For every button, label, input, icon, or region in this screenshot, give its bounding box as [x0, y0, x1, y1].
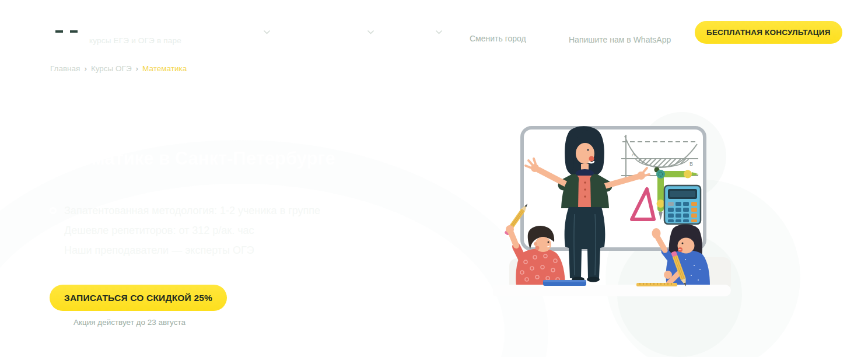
- free-consultation-button[interactable]: БЕСПЛАТНАЯ КОНСУЛЬТАЦИЯ: [695, 21, 842, 44]
- breadcrumb-separator: ›: [136, 64, 139, 73]
- classroom-desk: [493, 285, 731, 296]
- benefit-text: Дешевле репетиторов: от 312 р/ак. час: [64, 225, 254, 237]
- contact-block: +7 (812) 629-25-88 Напишите нам в WhatsA…: [554, 18, 671, 44]
- chevron-down-icon: [436, 30, 442, 34]
- phone-icon: [554, 20, 564, 29]
- list-item: Дешевле репетиторов: от 312 р/ак. час: [50, 220, 320, 240]
- nav-item-label: Очные курсы: [203, 27, 258, 37]
- breadcrumb: Главная › Курсы ОГЭ › Математика: [50, 64, 187, 73]
- nav-item-about[interactable]: О нас: [396, 19, 453, 44]
- chevron-down-icon: [264, 30, 270, 34]
- list-item: Наши преподаватели — эксперты ОГЭ: [50, 240, 320, 260]
- ring-bullet-icon: [50, 247, 57, 254]
- breadcrumb-separator: ›: [84, 64, 87, 73]
- logo-text: TWOSTU курсы ЕГЭ и ОГЭ в паре: [89, 19, 181, 45]
- breadcrumb-home[interactable]: Главная: [50, 64, 80, 73]
- students-at-desk-icon: [50, 15, 83, 48]
- yellow-ruler-icon: [636, 283, 677, 286]
- svg-text:B: B: [690, 161, 693, 167]
- nav-item-online-courses[interactable]: Онлайн курсы: [292, 19, 384, 44]
- change-city-link[interactable]: Сменить город: [470, 34, 544, 43]
- nav-item-label: О нас: [407, 27, 430, 37]
- svg-text:A: A: [632, 152, 635, 158]
- ring-bullet-icon: [50, 227, 57, 234]
- logo-title: TWOSTU: [89, 19, 181, 35]
- page-title: Курсы подготовки к ОГЭ по математике в С…: [50, 115, 400, 173]
- location-block: Санкт-Петербург Сменить город: [456, 18, 544, 43]
- girl-hand: [664, 271, 672, 279]
- signup-discount-button[interactable]: ЗАПИСАТЬСЯ СО СКИДКОЙ 25%: [50, 285, 227, 311]
- hero-illustration: A B: [493, 103, 741, 299]
- ring-bullet-icon: [50, 207, 57, 214]
- calculator-icon: [664, 186, 701, 224]
- breadcrumb-current-page: Математика: [142, 64, 187, 73]
- main-nav: Очные курсы Онлайн курсы О нас: [192, 19, 453, 44]
- nav-item-offline-courses[interactable]: Очные курсы: [192, 19, 281, 44]
- breadcrumb-oge-courses[interactable]: Курсы ОГЭ: [91, 64, 132, 73]
- promo-deadline-note: Акция действует до 23 августа: [50, 318, 209, 327]
- location-pin-icon: [456, 19, 464, 29]
- chevron-down-icon: [368, 30, 374, 34]
- whatsapp-link[interactable]: Напишите нам в WhatsApp: [569, 35, 671, 44]
- logo[interactable]: TWOSTU курсы ЕГЭ и ОГЭ в паре: [50, 15, 181, 48]
- city-label: Санкт-Петербург: [469, 18, 544, 29]
- benefit-text: Запатентованная методология: 1-2 ученика…: [64, 205, 320, 217]
- phone-number-link[interactable]: +7 (812) 629-25-88: [554, 18, 671, 30]
- logo-tagline: курсы ЕГЭ и ОГЭ в паре: [89, 36, 181, 45]
- phone-number: +7 (812) 629-25-88: [569, 18, 656, 30]
- current-city[interactable]: Санкт-Петербург: [456, 18, 544, 29]
- benefits-list: Запатентованная методология: 1-2 ученика…: [50, 201, 320, 260]
- benefit-text: Наши преподаватели — эксперты ОГЭ: [64, 244, 254, 257]
- list-item: Запатентованная методология: 1-2 ученика…: [50, 201, 320, 220]
- nav-item-label: Онлайн курсы: [303, 27, 362, 37]
